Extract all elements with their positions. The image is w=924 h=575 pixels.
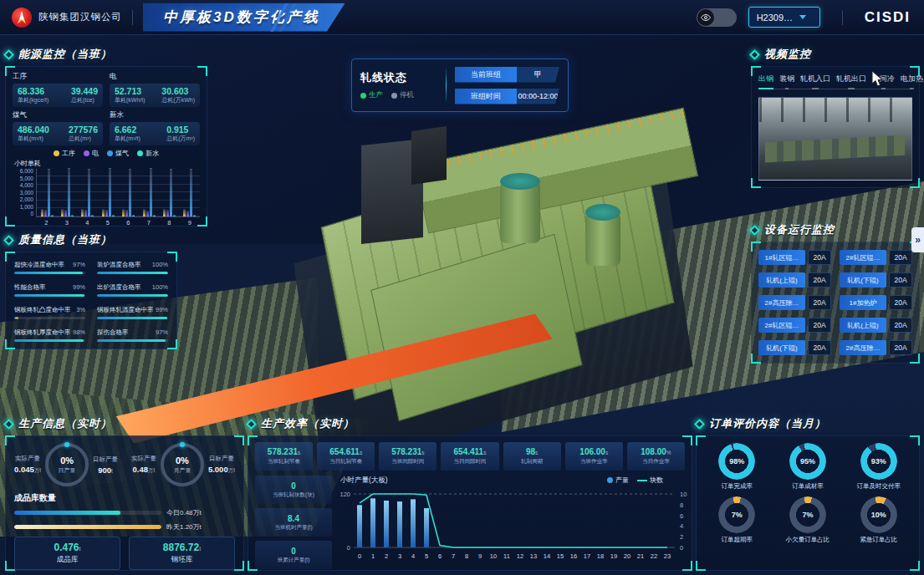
stock-bar-row: 今日0.48万t <box>14 508 235 517</box>
donut-percent: 7% <box>789 496 826 533</box>
device-row[interactable]: 2#高压除…20A <box>758 295 831 310</box>
side-stat-label: 当班轧制块数(块) <box>273 491 314 499</box>
device-row[interactable]: 轧机(下辊)20A <box>840 272 912 288</box>
visibility-toggle[interactable] <box>697 8 737 27</box>
count-line <box>360 494 667 547</box>
line-selector-dropdown[interactable]: H2309… <box>748 7 820 28</box>
status-dot <box>360 93 366 99</box>
device-name-pill: 轧机(下辊) <box>758 340 805 355</box>
y-right-label: 6 <box>680 512 683 520</box>
line-status-title: 轧线状态 <box>360 70 437 85</box>
stock-box-label: 钢坯库 <box>171 555 193 565</box>
x-tick-label: 15 <box>557 552 564 560</box>
efficiency-header: 生产效率（实时） <box>248 415 692 433</box>
device-row[interactable]: 轧机(下辊)20A <box>758 340 831 355</box>
quality-item-top: 钢板终轧温度命中率99% <box>97 306 168 314</box>
x-tick-label: 2 <box>385 552 388 560</box>
device-row[interactable]: 轧机(上辊)20A <box>840 318 912 333</box>
y-tick: 5,000 <box>20 176 33 182</box>
diamond-icon <box>694 419 705 430</box>
dropdown-value: H2309… <box>757 13 793 23</box>
diamond-icon <box>246 419 257 430</box>
gauge-actual-label: 实际产量 <box>15 455 40 463</box>
device-row[interactable]: 1#轧区辊…20A <box>758 250 831 265</box>
stock-box-value: 8876.72t <box>163 542 201 553</box>
stock-bar-label: 昨天1.20万t <box>166 522 202 532</box>
gauge-target-label: 目标产量 <box>209 455 234 463</box>
bar-新水 <box>112 215 115 216</box>
bar-煤气 <box>88 169 90 216</box>
legend-item[interactable]: 工序 <box>54 149 75 158</box>
page-title: 中厚板3D数字化产线 <box>163 8 320 27</box>
gauge-actual-unit: 万t <box>148 467 155 473</box>
video-tab-出钢[interactable]: 出钢 <box>758 74 773 86</box>
quality-label: 钢板终轧厚度命中率 <box>14 328 70 337</box>
quality-bar-track <box>14 317 85 319</box>
legend-label: 煤气 <box>115 149 129 158</box>
y-tick: 4,000 <box>20 183 33 189</box>
energy-card: 电52.713单耗(kWh/t)30.603总耗(万kWh) <box>110 72 200 107</box>
gauge-percent: 0% <box>176 455 189 466</box>
bar-煤气 <box>68 168 70 216</box>
efficiency-stat-value: 578.231s <box>268 447 300 456</box>
donut-label: 订单成材率 <box>792 482 824 491</box>
video-tab-轧机出口[interactable]: 轧机出口 <box>836 74 866 86</box>
order-donuts: 98%订单完成率95%订单成材率93%订单及时交付率7%订单超期率7%小欠量订单… <box>702 443 914 544</box>
devices-title: 设备运行监控 <box>764 222 835 237</box>
bar-group <box>122 169 135 216</box>
y-tick: 3,000 <box>20 191 33 196</box>
y-right-label: 10 <box>680 491 687 498</box>
x-tick-label: 18 <box>597 552 604 560</box>
legend-label: 工序 <box>62 149 75 158</box>
device-name-pill: 2#高压除… <box>758 295 805 310</box>
video-tab-中间冷[interactable]: 中间冷 <box>872 74 895 86</box>
quality-bar-fill <box>14 339 84 342</box>
stock-bar-fill <box>14 525 161 529</box>
quality-value: 100% <box>152 283 168 291</box>
quality-header: 质量信息（当班） <box>5 231 177 249</box>
hour-bar <box>384 501 389 547</box>
device-row[interactable]: 1#加热炉20A <box>840 295 912 310</box>
device-name-pill: 2#轧区辊… <box>840 250 886 265</box>
quality-item: 超快冷温度命中率97% <box>14 261 85 274</box>
quality-value: 99% <box>73 283 85 291</box>
device-name-pill: 1#加热炉 <box>840 295 886 310</box>
efficiency-side-stat: 8.4当班机时产量(t) <box>255 508 332 537</box>
video-tab-装钢[interactable]: 装钢 <box>779 74 794 86</box>
legend-item[interactable]: 煤气 <box>107 149 129 158</box>
stock-bar-track <box>14 525 161 529</box>
efficiency-side-stat: 0班累计产量(t) <box>255 541 332 569</box>
video-feed[interactable] <box>758 97 912 181</box>
device-row[interactable]: 2#高压除…20A <box>840 340 912 355</box>
device-row[interactable]: 轧机(上辊)20A <box>758 272 831 288</box>
device-current-value: 20A <box>808 272 831 288</box>
stock-bar-fill <box>14 511 120 515</box>
panel-collapse-handle[interactable]: » <box>911 227 924 252</box>
gauge-target-unit: 万t <box>228 467 235 473</box>
quality-value: 100% <box>152 261 168 268</box>
efficiency-stat-label: 当班作业率 <box>580 458 608 466</box>
bar-电 <box>146 211 149 216</box>
diamond-icon <box>3 235 14 246</box>
legend-label: 电 <box>92 149 99 158</box>
top-bar: 陕钢集团汉钢公司 中厚板3D数字化产线 H2309… CISDI <box>0 0 924 35</box>
bar-工序 <box>41 209 43 216</box>
gauge-actual: 实际产量0.48万t <box>131 455 156 475</box>
bar-新水 <box>71 215 74 216</box>
quality-item: 出炉温度合格率100% <box>97 283 168 297</box>
side-stat-label: 当班机时产量(t) <box>274 524 312 532</box>
legend-item[interactable]: 新水 <box>137 149 159 158</box>
device-row[interactable]: 2#轧区辊…20A <box>840 250 912 265</box>
legend-item[interactable]: 电 <box>84 149 99 158</box>
efficiency-panel: 578.231s当班轧制节奏654.611s当日轧制节奏578.231s当班间隙… <box>248 435 692 571</box>
company-name: 陕钢集团汉钢公司 <box>38 11 122 23</box>
efficiency-stat-unit: s <box>605 450 608 455</box>
energy-card: 煤气486.040单耗(m³/t)277576总耗(m³) <box>13 110 103 145</box>
video-tab-电加热[interactable]: 电加热 <box>901 74 923 86</box>
quality-item: 性能合格率99% <box>14 283 85 297</box>
energy-metric: 6.662单耗(m³/t) <box>115 125 140 143</box>
video-tab-轧机入口[interactable]: 轧机入口 <box>800 74 830 86</box>
quality-item-top: 性能合格率99% <box>14 283 85 292</box>
device-row[interactable]: 2#轧区辊…20A <box>758 318 831 333</box>
donut-percent: 7% <box>718 496 755 533</box>
